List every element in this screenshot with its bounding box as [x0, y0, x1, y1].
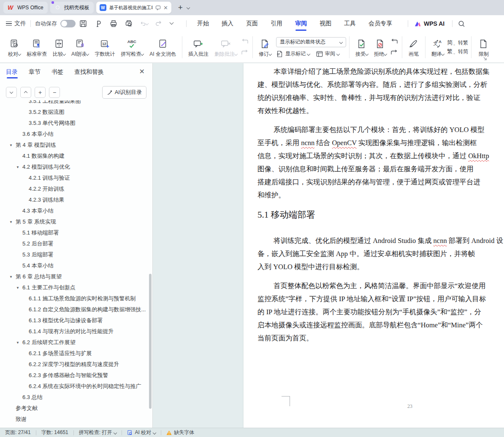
- traditional-to-simplified-button[interactable]: 繁→ 转简: [447, 48, 468, 55]
- menu-item-工具[interactable]: 工具: [338, 15, 362, 32]
- toc-expand-down-button[interactable]: [6, 87, 17, 98]
- toc-item[interactable]: 4.3 本章小结: [0, 205, 148, 216]
- toc-collapse-caret-icon[interactable]: ▼: [16, 286, 22, 290]
- status-missing-font-warning[interactable]: 缺失字体: [166, 429, 194, 436]
- comment-bubble-icon[interactable]: [155, 5, 161, 11]
- ai-polish-button[interactable]: AI 全文润色: [146, 34, 179, 60]
- toc-item[interactable]: 致谢: [0, 414, 148, 425]
- proofread-button[interactable]: 校对: [5, 34, 24, 60]
- status-spell-check[interactable]: 拼写检查: 打开: [79, 429, 117, 436]
- tab-list-caret-icon[interactable]: [187, 4, 190, 11]
- menu-item-审阅[interactable]: 审阅: [289, 15, 313, 32]
- autosave-control[interactable]: 自动保存: [35, 20, 76, 27]
- toc-item[interactable]: 6.3 总结: [0, 392, 148, 403]
- toc-item[interactable]: ▼第 4 章 模型训练: [0, 140, 148, 151]
- ink-brush-button[interactable]: 画笔: [405, 34, 422, 60]
- previous-change-icon[interactable]: [390, 38, 399, 46]
- toc-expand-all-button[interactable]: +: [35, 87, 46, 98]
- track-changes-button[interactable]: 修订: [256, 34, 274, 60]
- reject-change-button[interactable]: 拒绝: [371, 34, 390, 60]
- toc-item[interactable]: 3.5.1 工程质量因果图: [0, 100, 148, 107]
- toc-item[interactable]: 5.2 后台部署: [0, 238, 148, 249]
- new-tab-button[interactable]: +: [178, 0, 183, 15]
- standard-review-button[interactable]: 标准审查: [24, 34, 50, 60]
- sidebar-scrollbar-thumb[interactable]: [149, 274, 152, 409]
- restrict-editing-button[interactable]: 限制: [474, 34, 504, 60]
- autosave-toggle[interactable]: [60, 20, 76, 27]
- spell-check-button[interactable]: ABC 拼写检查: [118, 34, 146, 60]
- sidebar-close-icon[interactable]: ✕: [139, 67, 145, 76]
- wps-ai-button[interactable]: WPS AI: [414, 20, 444, 27]
- document-page[interactable]: 本章详细介绍了施工场景危险源识别系统的具体实现过程，包括数据集建、模型训练与优化…: [244, 63, 504, 428]
- next-change-icon[interactable]: [390, 49, 399, 57]
- dialog-launcher-icon[interactable]: [483, 57, 487, 61]
- toc-item[interactable]: ▼第 6 章 总结与展望: [0, 271, 148, 282]
- toc-item[interactable]: ▼6.2 后续研究工作展望: [0, 337, 148, 348]
- sidebar-tab-find-replace[interactable]: 查找和替换: [74, 63, 104, 81]
- accept-change-button[interactable]: 接受: [352, 34, 371, 60]
- export-pdf-button[interactable]: [94, 19, 103, 28]
- menu-item-插入[interactable]: 插入: [215, 15, 240, 32]
- tab-wps-office[interactable]: W WPS Office: [3, 2, 48, 13]
- redo-button[interactable]: [155, 19, 163, 28]
- toc-item[interactable]: 5.1 移动端部署: [0, 227, 148, 238]
- tab-document-active[interactable]: W 基于机器视觉的施工场景危险 ✕: [96, 2, 171, 13]
- toc-item[interactable]: 3.5.3 单代号网络图: [0, 118, 148, 129]
- ai-recognize-toc-button[interactable]: AI识别目录: [102, 86, 146, 99]
- delete-comment-button[interactable]: 删除批注: [211, 34, 240, 60]
- status-ai-proofread[interactable]: AI 校对: [127, 429, 156, 436]
- close-tab-icon[interactable]: ✕: [163, 5, 168, 11]
- toc-item[interactable]: 3.6 本章小结: [0, 129, 148, 140]
- toc-item[interactable]: 6.1.3 模型优化与边缘设备部署: [0, 315, 148, 326]
- toc-item[interactable]: 6.2.4 系统在实际环境中的长时间稳定性与推广: [0, 381, 148, 392]
- previous-comment-icon[interactable]: [240, 38, 249, 46]
- toc-item[interactable]: 6.2.2 深度学习模型的精度与速度提升: [0, 359, 148, 370]
- toc-item[interactable]: 3.5.2 数据流图: [0, 107, 148, 118]
- toc-item[interactable]: 4.2.2 开始训练: [0, 183, 148, 194]
- word-count-button[interactable]: 12 字数统计: [92, 34, 118, 60]
- undo-button[interactable]: [140, 19, 148, 28]
- menu-item-视图[interactable]: 视图: [313, 15, 338, 32]
- menu-item-会员专享[interactable]: 会员专享: [362, 15, 398, 32]
- toc-item[interactable]: 6.1.1 施工场景危险源的实时检测与预警机制: [0, 293, 148, 304]
- toc-item[interactable]: 参考文献: [0, 403, 148, 414]
- toc-item[interactable]: 5.3 后端部署: [0, 249, 148, 260]
- toc-collapse-caret-icon[interactable]: ▼: [9, 275, 16, 279]
- print-preview-button[interactable]: [125, 19, 133, 28]
- toc-item[interactable]: 6.2.1 多场景适应性与扩展: [0, 348, 148, 359]
- compare-button[interactable]: 比较: [50, 34, 68, 60]
- toc-item[interactable]: 6.1.4 与现有方法的对比与性能提升: [0, 326, 148, 337]
- toc-item[interactable]: 6.1.2 自定义危险源数据集的构建与数据增强技...: [0, 304, 148, 315]
- toc-item[interactable]: 4.1 数据集的构建: [0, 151, 148, 162]
- save-button[interactable]: [79, 19, 87, 28]
- ai-read-aloud-button[interactable]: AI朗读: [68, 34, 92, 60]
- menu-item-页面[interactable]: 页面: [240, 15, 264, 32]
- print-button[interactable]: [109, 19, 118, 28]
- sidebar-tab-contents[interactable]: 目录: [6, 63, 18, 81]
- toc-item[interactable]: 5.4 本章小结: [0, 260, 148, 271]
- status-word-count[interactable]: 字数: 14651: [41, 429, 68, 436]
- show-markup-button[interactable]: 显示标记: [276, 50, 310, 58]
- menu-item-开始[interactable]: 开始: [191, 15, 215, 32]
- sidebar-tab-bookmarks[interactable]: 书签: [51, 63, 63, 81]
- toc-collapse-up-button[interactable]: [20, 87, 31, 98]
- toc-item[interactable]: 6.2.3 多传感器融合与智能化预警: [0, 370, 148, 381]
- toc-collapse-caret-icon[interactable]: ▼: [9, 143, 16, 147]
- toc-item[interactable]: ▼6.1 主要工作与创新点: [0, 282, 148, 293]
- toc-item[interactable]: 4.2.3 训练结果: [0, 194, 148, 205]
- file-menu-button[interactable]: 文件: [6, 20, 26, 27]
- translate-button[interactable]: 文A 翻译: [428, 34, 447, 60]
- next-comment-icon[interactable]: [240, 49, 249, 57]
- toc-item[interactable]: ▼第 5 章 系统实现: [0, 216, 148, 227]
- toc-collapse-all-button[interactable]: −: [49, 87, 60, 98]
- insert-comment-button[interactable]: 插入批注: [185, 34, 211, 60]
- toc-item[interactable]: 4.2.1 训练与验证: [0, 173, 148, 183]
- menu-item-引用[interactable]: 引用: [264, 15, 289, 32]
- toc-collapse-caret-icon[interactable]: ▼: [16, 341, 22, 345]
- simplified-to-traditional-button[interactable]: 简→ 转繁: [447, 39, 468, 46]
- markup-state-dropdown[interactable]: 显示标记的最终状态: [276, 37, 346, 47]
- review-pane-button[interactable]: 审阅: [316, 50, 339, 58]
- toc-collapse-caret-icon[interactable]: ▼: [16, 165, 22, 169]
- more-commands-caret-icon[interactable]: [170, 19, 179, 28]
- toc-collapse-caret-icon[interactable]: ▼: [9, 220, 16, 224]
